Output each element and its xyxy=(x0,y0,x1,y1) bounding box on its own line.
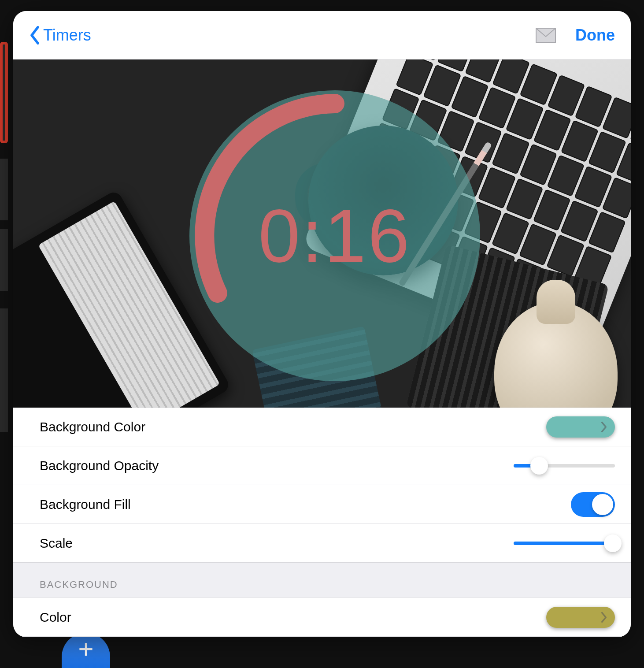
fill-toggle[interactable] xyxy=(571,492,615,517)
color-swatch-button[interactable] xyxy=(546,607,615,628)
scene-thumb xyxy=(0,229,8,291)
add-button[interactable]: + xyxy=(62,633,110,668)
color-swatch-button[interactable] xyxy=(546,416,615,438)
back-button[interactable]: Timers xyxy=(29,26,91,45)
section-color-row[interactable]: Color xyxy=(13,598,631,637)
opacity-slider[interactable] xyxy=(514,464,615,468)
selected-scene-indicator xyxy=(0,42,8,143)
row-label: Scale xyxy=(40,536,73,551)
scene-thumb xyxy=(0,159,8,220)
row-label: Color xyxy=(40,610,71,625)
background-color-row[interactable]: Background Color xyxy=(13,408,631,446)
row-label: Background Color xyxy=(40,419,145,434)
timer-value: 0:16 xyxy=(189,90,480,381)
chevron-right-icon xyxy=(600,421,608,433)
scene-thumb xyxy=(0,308,8,432)
section-header-background: BACKGROUND xyxy=(40,579,118,590)
mail-icon[interactable] xyxy=(536,28,556,43)
row-label: Background Opacity xyxy=(40,458,159,473)
nav-bar: Timers Done xyxy=(13,11,631,59)
background-opacity-row: Background Opacity xyxy=(13,446,631,485)
row-label: Background Fill xyxy=(40,497,131,512)
scale-slider[interactable] xyxy=(514,542,615,545)
preview-canvas: 0:16 xyxy=(13,59,631,408)
nav-right: Done xyxy=(536,26,615,45)
timer-settings-modal: Timers Done xyxy=(13,11,631,637)
done-button[interactable]: Done xyxy=(575,26,615,45)
section-gap: BACKGROUND xyxy=(13,563,631,598)
back-label: Timers xyxy=(43,26,91,45)
chevron-right-icon xyxy=(600,612,608,623)
background-fill-row: Background Fill xyxy=(13,485,631,524)
settings-list: Background Color Background Opacity Back… xyxy=(13,408,631,637)
scale-row: Scale xyxy=(13,524,631,563)
chevron-left-icon xyxy=(29,26,41,45)
